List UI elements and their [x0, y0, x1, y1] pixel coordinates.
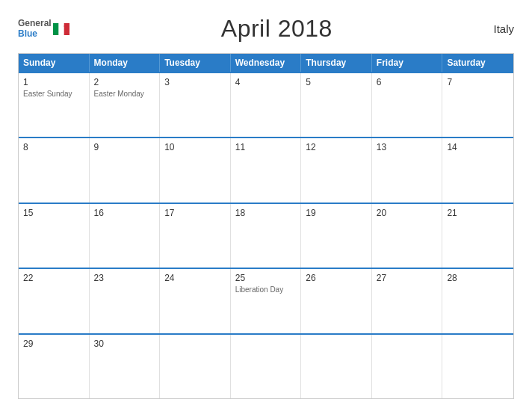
day-number: 4 [235, 77, 297, 87]
calendar-header-row: SundayMondayTuesdayWednesdayThursdayFrid… [19, 54, 513, 72]
cal-cell: 17 [160, 204, 231, 268]
day-header-monday: Monday [90, 54, 161, 72]
day-header-tuesday: Tuesday [160, 54, 231, 72]
week-row-1: 1Easter Sunday2Easter Monday34567 [19, 72, 513, 137]
day-number: 5 [306, 77, 367, 87]
day-number: 18 [235, 208, 297, 218]
day-number: 28 [447, 273, 509, 283]
cal-cell: 4 [231, 73, 302, 137]
cal-cell: 11 [231, 138, 302, 202]
day-header-sunday: Sunday [19, 54, 90, 72]
day-number: 15 [23, 208, 84, 218]
day-number: 9 [94, 142, 155, 152]
cal-cell: 10 [160, 138, 231, 202]
cal-cell [301, 335, 372, 398]
cal-cell [160, 335, 231, 398]
cal-cell: 2Easter Monday [90, 73, 161, 137]
day-number: 29 [23, 339, 84, 349]
day-number: 14 [447, 142, 509, 152]
day-number: 16 [94, 208, 155, 218]
day-number: 13 [377, 142, 438, 152]
country-label: Italy [484, 22, 514, 35]
day-number: 8 [23, 142, 84, 152]
cal-cell: 16 [90, 204, 161, 268]
svg-rect-1 [53, 23, 58, 35]
logo: General Blue [18, 19, 69, 38]
day-number: 19 [306, 208, 367, 218]
day-number: 30 [94, 339, 155, 349]
cal-cell: 24 [160, 269, 231, 333]
cal-cell [442, 335, 513, 398]
cal-cell: 28 [442, 269, 513, 333]
day-number: 7 [447, 77, 509, 87]
calendar-grid: SundayMondayTuesdayWednesdayThursdayFrid… [18, 53, 514, 399]
cal-cell: 25Liberation Day [231, 269, 302, 333]
cal-cell: 21 [442, 204, 513, 268]
cal-cell: 19 [301, 204, 372, 268]
cal-cell: 8 [19, 138, 90, 202]
week-row-2: 891011121314 [19, 137, 513, 202]
day-number: 27 [377, 273, 438, 283]
cal-cell: 27 [372, 269, 443, 333]
header: General Blue April 2018 Italy [18, 15, 514, 43]
cal-cell: 12 [301, 138, 372, 202]
calendar-body: 1Easter Sunday2Easter Monday345678910111… [19, 72, 513, 398]
day-number: 26 [306, 273, 367, 283]
cal-cell [231, 335, 302, 398]
day-number: 11 [235, 142, 297, 152]
day-number: 17 [164, 208, 226, 218]
cal-cell: 20 [372, 204, 443, 268]
week-row-5: 2930 [19, 333, 513, 398]
cal-cell: 1Easter Sunday [19, 73, 90, 137]
logo-flag-icon [53, 23, 69, 35]
day-event: Easter Monday [94, 89, 155, 99]
logo-general-text: General [18, 19, 52, 28]
cal-cell [372, 335, 443, 398]
day-number: 6 [377, 77, 438, 87]
day-number: 22 [23, 273, 84, 283]
cal-cell: 23 [90, 269, 161, 333]
day-number: 12 [306, 142, 367, 152]
logo-blue-text: Blue [18, 29, 52, 39]
cal-cell: 26 [301, 269, 372, 333]
cal-cell: 18 [231, 204, 302, 268]
cal-cell: 9 [90, 138, 161, 202]
day-number: 20 [377, 208, 438, 218]
cal-cell: 15 [19, 204, 90, 268]
day-number: 10 [164, 142, 226, 152]
day-number: 2 [94, 77, 155, 87]
day-event: Liberation Day [235, 285, 297, 294]
week-row-3: 15161718192021 [19, 203, 513, 268]
day-header-friday: Friday [372, 54, 443, 72]
day-header-saturday: Saturday [442, 54, 513, 72]
cal-cell: 5 [301, 73, 372, 137]
day-event: Easter Sunday [23, 89, 84, 99]
week-row-4: 22232425Liberation Day262728 [19, 268, 513, 333]
cal-cell: 29 [19, 335, 90, 398]
calendar-title: April 2018 [221, 15, 332, 43]
cal-cell: 7 [442, 73, 513, 137]
cal-cell: 22 [19, 269, 90, 333]
cal-cell: 14 [442, 138, 513, 202]
cal-cell: 30 [90, 335, 161, 398]
day-header-wednesday: Wednesday [231, 54, 302, 72]
cal-cell: 3 [160, 73, 231, 137]
calendar-page: General Blue April 2018 Italy SundayMond… [0, 0, 532, 411]
cal-cell: 13 [372, 138, 443, 202]
day-header-thursday: Thursday [301, 54, 372, 72]
day-number: 3 [164, 77, 226, 87]
day-number: 23 [94, 273, 155, 283]
cal-cell: 6 [372, 73, 443, 137]
day-number: 25 [235, 273, 297, 283]
day-number: 21 [447, 208, 509, 218]
day-number: 1 [23, 77, 84, 87]
day-number: 24 [164, 273, 226, 283]
